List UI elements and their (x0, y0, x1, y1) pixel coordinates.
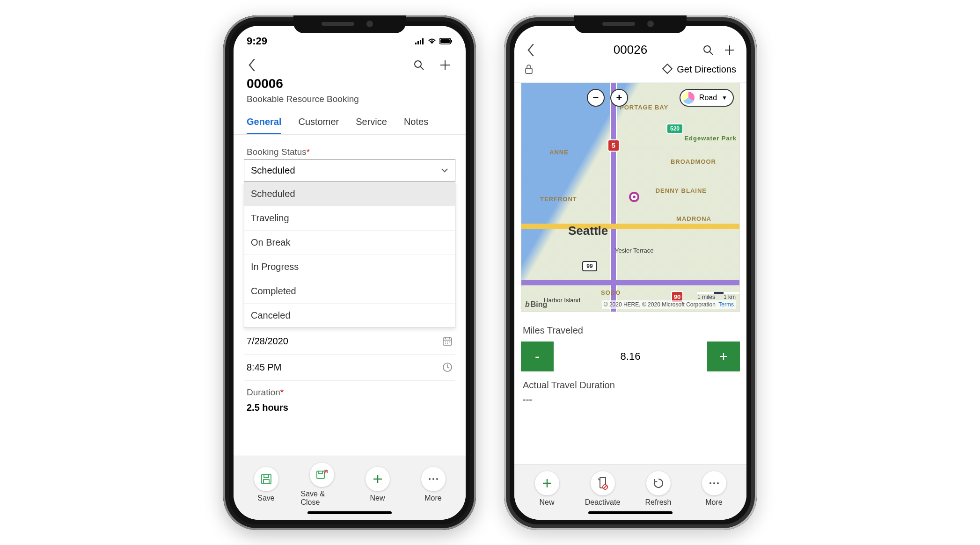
road-yellow (521, 224, 739, 229)
caret-down-icon: ▼ (722, 94, 727, 101)
option-on-break[interactable]: On Break (244, 230, 455, 254)
date-field[interactable]: 7/28/2020 (244, 328, 455, 354)
deactivate-button[interactable]: Deactivate (582, 471, 624, 507)
map-layer-select[interactable]: Road ▼ (680, 89, 734, 107)
zoom-in-button[interactable]: + (610, 89, 628, 107)
tab-notes[interactable]: Notes (404, 110, 428, 134)
lbl-terfront: TERFRONT (540, 196, 577, 203)
clock-icon (442, 362, 453, 372)
city-seattle: Seattle (568, 224, 608, 238)
actual-travel-duration-label: Actual Travel Duration (521, 371, 740, 392)
miles-decrement-button[interactable]: - (521, 342, 554, 371)
svg-point-33 (704, 46, 710, 52)
tab-bar: General Customer Service Notes (234, 110, 466, 135)
svg-point-16 (447, 342, 448, 342)
plus-icon (366, 467, 390, 491)
time-value: 8:45 PM (247, 362, 281, 373)
page-title: 00026 (614, 43, 647, 57)
svg-point-42 (709, 482, 711, 484)
option-traveling[interactable]: Traveling (244, 206, 455, 230)
svg-rect-24 (264, 474, 269, 478)
new-button[interactable]: New (526, 471, 568, 507)
more-button[interactable]: More (412, 467, 454, 502)
lbl-sodo: SODO (601, 289, 621, 296)
svg-point-32 (436, 478, 438, 480)
svg-rect-6 (451, 40, 452, 43)
map-credits: © 2020 HERE, © 2020 Microsoft Corporatio… (602, 300, 736, 309)
cell-signal-icon (415, 38, 424, 44)
svg-line-34 (709, 51, 713, 55)
time-field[interactable]: 8:45 PM (244, 354, 455, 380)
tab-service[interactable]: Service (356, 110, 387, 134)
map-controls: − + Road ▼ (587, 89, 734, 107)
svg-line-8 (420, 66, 424, 70)
more-button[interactable]: More (693, 471, 735, 507)
option-completed[interactable]: Completed (244, 279, 455, 303)
save-button[interactable]: Save (245, 467, 287, 502)
phone-frame-left: 9:29 (223, 15, 476, 530)
option-in-progress[interactable]: In Progress (244, 254, 455, 279)
booking-status-label: Booking Status* (244, 143, 455, 159)
home-indicator[interactable] (588, 511, 673, 514)
back-button[interactable] (523, 42, 539, 58)
save-icon (254, 467, 278, 491)
actual-travel-duration-value[interactable]: --- (521, 392, 740, 407)
tab-general[interactable]: General (247, 110, 281, 134)
layer-mode-value: Road (699, 94, 717, 102)
add-icon[interactable] (719, 42, 740, 58)
bing-logo: bBing (525, 300, 547, 309)
bottom-toolbar: Save Save & Close New More (234, 456, 466, 520)
lbl-yesler: Yesler Terrace (615, 247, 653, 254)
search-icon[interactable] (698, 42, 718, 58)
plus-icon (535, 471, 559, 495)
battery-icon (439, 38, 453, 44)
miles-increment-button[interactable]: + (707, 342, 740, 371)
phone-notch (574, 15, 687, 33)
svg-point-31 (432, 478, 434, 480)
calendar-icon (442, 336, 453, 346)
option-scheduled[interactable]: Scheduled (244, 182, 455, 206)
save-close-icon (310, 463, 334, 487)
booking-status-select[interactable]: Scheduled (244, 159, 455, 182)
lbl-harbor: Harbor Island (544, 297, 580, 304)
record-entity: Bookable Resource Booking (247, 94, 453, 104)
map-view[interactable]: 5 520 99 90 Seattle PORTAGE BAY Edgewate… (521, 83, 740, 312)
booking-status-dropdown: Scheduled Traveling On Break In Progress… (244, 182, 455, 328)
booking-status-value: Scheduled (251, 165, 295, 176)
phone-frame-right: 00026 Get Directions 5 520 99 (504, 15, 757, 530)
svg-point-19 (447, 343, 448, 344)
tab-customer[interactable]: Customer (298, 110, 339, 134)
deactivate-icon (591, 471, 615, 495)
form-body[interactable]: Booking Status* Scheduled Scheduled Trav… (234, 135, 466, 456)
phone-notch (293, 15, 406, 33)
lbl-anne: ANNE (549, 149, 569, 156)
miles-traveled-value[interactable]: 8.16 (554, 342, 707, 371)
new-button[interactable]: New (357, 467, 399, 502)
lock-icon (525, 64, 533, 74)
save-close-button[interactable]: Save & Close (301, 463, 343, 507)
shield-i5: 5 (607, 139, 620, 152)
option-canceled[interactable]: Canceled (244, 303, 455, 327)
road-i5 (610, 83, 617, 312)
refresh-button[interactable]: Refresh (637, 471, 680, 507)
duration-field[interactable]: 2.5 hours (244, 400, 455, 421)
date-value: 7/28/2020 (247, 336, 288, 347)
search-icon[interactable] (409, 57, 429, 73)
miles-traveled-card: Miles Traveled - 8.16 + Actual Travel Du… (521, 319, 740, 407)
svg-rect-5 (440, 39, 450, 43)
refresh-icon (646, 471, 671, 495)
lbl-madrona: MADRONA (676, 215, 711, 222)
duration-label: Duration* (244, 380, 455, 400)
screen-left: 9:29 (234, 26, 466, 520)
zoom-out-button[interactable]: − (587, 89, 605, 107)
record-id: 00006 (247, 76, 453, 91)
back-button[interactable] (244, 57, 260, 73)
svg-rect-25 (263, 480, 269, 484)
more-icon (421, 467, 446, 491)
lbl-edgewater: Edgewater Park (684, 135, 737, 142)
terms-link[interactable]: Terms (718, 301, 734, 308)
add-icon[interactable] (435, 57, 455, 73)
get-directions-button[interactable]: Get Directions (664, 64, 736, 75)
home-indicator[interactable] (307, 511, 392, 514)
chevron-down-icon (441, 168, 448, 173)
